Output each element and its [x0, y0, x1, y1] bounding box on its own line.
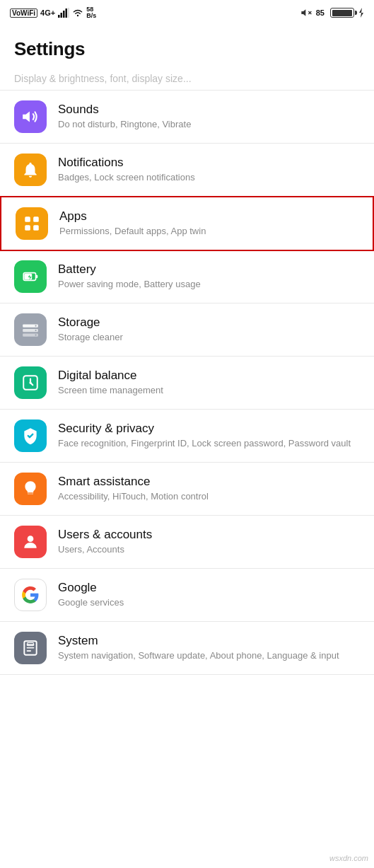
- svg-point-23: [35, 335, 37, 336]
- setting-item-system[interactable]: i System System navigation, Software upd…: [0, 622, 374, 675]
- digital-balance-text: Digital balance Screen time management: [58, 369, 360, 397]
- system-title: System: [58, 634, 360, 648]
- svg-rect-29: [27, 647, 35, 649]
- sounds-icon-bg: [14, 100, 47, 133]
- speed-label: 58B/s: [86, 6, 96, 19]
- smart-assistance-title: Smart assistance: [58, 475, 360, 489]
- digital-balance-icon: [21, 374, 40, 392]
- svg-rect-0: [58, 15, 60, 18]
- svg-rect-30: [27, 650, 32, 652]
- system-icon-bg: i: [14, 632, 47, 664]
- svg-rect-10: [25, 216, 30, 222]
- svg-rect-4: [68, 8, 69, 18]
- notifications-icon: [21, 161, 40, 179]
- notifications-title: Notifications: [58, 156, 360, 170]
- storage-icon-bg: [14, 313, 47, 346]
- status-left: VoWiFi 4G+ 58B/s: [10, 6, 96, 19]
- setting-item-sounds[interactable]: Sounds Do not disturb, Ringtone, Vibrate: [0, 91, 374, 144]
- status-bar: VoWiFi 4G+ 58B/s 85: [0, 0, 374, 25]
- apps-subtitle: Permissions, Default apps, App twin: [59, 226, 358, 238]
- digital-balance-subtitle: Screen time management: [58, 385, 360, 397]
- system-icon: i: [21, 639, 40, 657]
- svg-point-5: [77, 15, 78, 16]
- security-subtitle: Face recognition, Fingerprint ID, Lock s…: [58, 438, 360, 450]
- apps-text: Apps Permissions, Default apps, App twin: [59, 209, 358, 238]
- wifi-icon: [72, 8, 83, 18]
- sounds-text: Sounds Do not disturb, Ringtone, Vibrate: [58, 103, 360, 131]
- users-icon: [21, 533, 40, 551]
- status-right: 85: [300, 7, 364, 18]
- sounds-icon: [21, 108, 40, 126]
- sounds-subtitle: Do not disturb, Ringtone, Vibrate: [58, 119, 360, 131]
- charging-icon: [358, 8, 364, 18]
- notifications-subtitle: Badges, Lock screen notifications: [58, 172, 360, 184]
- svg-point-22: [35, 330, 37, 331]
- google-subtitle: Google services: [58, 597, 360, 609]
- setting-item-google[interactable]: Google Google services: [0, 569, 374, 622]
- notifications-text: Notifications Badges, Lock screen notifi…: [58, 156, 360, 184]
- mute-icon: [300, 7, 312, 18]
- setting-item-storage[interactable]: Storage Storage cleaner: [0, 303, 374, 357]
- storage-text: Storage Storage cleaner: [58, 316, 360, 344]
- svg-point-21: [35, 325, 37, 327]
- setting-item-apps[interactable]: Apps Permissions, Default apps, App twin: [0, 196, 374, 251]
- system-text: System System navigation, Software updat…: [58, 634, 360, 662]
- security-icon: [21, 427, 40, 445]
- settings-list: Sounds Do not disturb, Ringtone, Vibrate…: [0, 91, 374, 675]
- apps-icon: [23, 214, 41, 233]
- setting-item-battery[interactable]: Battery Power saving mode, Battery usage: [0, 250, 374, 303]
- network-type: 4G+: [40, 8, 55, 17]
- setting-item-security[interactable]: Security & privacy Face recognition, Fin…: [0, 410, 374, 463]
- security-title: Security & privacy: [58, 422, 360, 436]
- sounds-title: Sounds: [58, 103, 360, 117]
- svg-rect-3: [66, 8, 68, 18]
- digital-balance-title: Digital balance: [58, 369, 360, 383]
- users-text: Users & accounts Users, Accounts: [58, 528, 360, 556]
- users-subtitle: Users, Accounts: [58, 544, 360, 556]
- svg-marker-9: [23, 111, 30, 122]
- smart-assistance-icon-bg: [14, 473, 47, 505]
- storage-subtitle: Storage cleaner: [58, 332, 360, 344]
- smart-assistance-subtitle: Accessibility, HiTouch, Motion control: [58, 491, 360, 503]
- setting-item-digital-balance[interactable]: Digital balance Screen time management: [0, 357, 374, 410]
- notifications-icon-bg: [14, 154, 47, 186]
- svg-rect-16: [36, 275, 38, 278]
- partial-item: Display & brightness, font, display size…: [0, 67, 374, 91]
- google-icon-bg: [14, 579, 47, 611]
- security-icon-bg: [14, 419, 47, 452]
- system-subtitle: System navigation, Software update, Abou…: [58, 650, 360, 662]
- svg-rect-1: [61, 13, 63, 18]
- svg-point-25: [29, 381, 31, 383]
- apps-title: Apps: [59, 209, 358, 224]
- signal-icon: [58, 8, 69, 18]
- battery-icon-bg: [14, 260, 47, 293]
- svg-rect-13: [33, 225, 39, 231]
- svg-point-26: [28, 536, 34, 542]
- google-title: Google: [58, 581, 360, 595]
- smart-assistance-icon: [21, 480, 40, 498]
- setting-item-smart-assistance[interactable]: Smart assistance Accessibility, HiTouch,…: [0, 463, 374, 516]
- setting-item-notifications[interactable]: Notifications Badges, Lock screen notifi…: [0, 144, 374, 197]
- svg-marker-8: [359, 8, 363, 18]
- battery-icon: [330, 8, 354, 18]
- svg-rect-2: [63, 11, 65, 18]
- users-icon-bg: [14, 526, 47, 558]
- security-text: Security & privacy Face recognition, Fin…: [58, 422, 360, 450]
- apps-icon-bg: [16, 207, 48, 240]
- google-icon: [21, 586, 40, 604]
- smart-assistance-text: Smart assistance Accessibility, HiTouch,…: [58, 475, 360, 503]
- setting-item-users[interactable]: Users & accounts Users, Accounts: [0, 516, 374, 569]
- battery-level: 85: [316, 8, 325, 17]
- users-title: Users & accounts: [58, 528, 360, 542]
- google-text: Google Google services: [58, 581, 360, 609]
- svg-rect-11: [33, 216, 39, 222]
- battery-title: Battery: [58, 262, 360, 277]
- digital-balance-icon-bg: [14, 366, 47, 399]
- page-title: Settings: [0, 25, 374, 67]
- battery-subtitle: Power saving mode, Battery usage: [58, 279, 360, 291]
- vowifi-label: VoWiFi: [10, 8, 37, 18]
- battery-setting-icon: [21, 267, 40, 286]
- storage-title: Storage: [58, 316, 360, 330]
- storage-icon: [21, 320, 40, 339]
- battery-text: Battery Power saving mode, Battery usage: [58, 262, 360, 291]
